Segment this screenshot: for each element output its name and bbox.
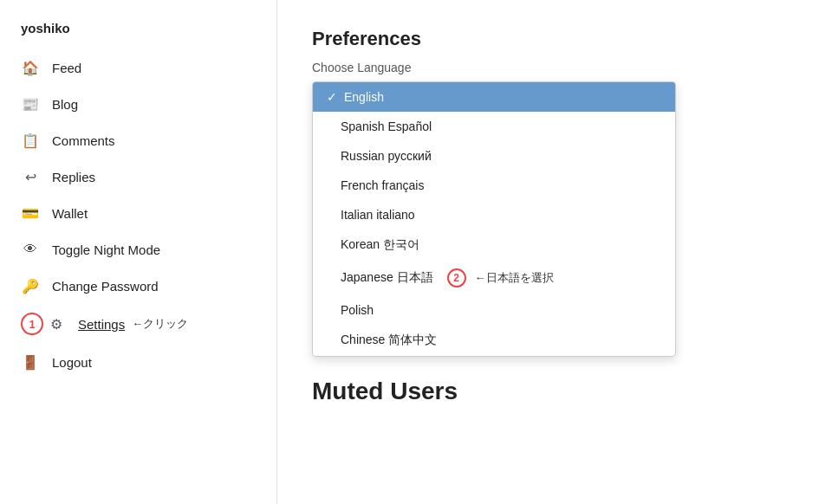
language-option-chinese[interactable]: Chinese 简体中文 <box>313 325 675 356</box>
muted-users-title: Muted Users <box>312 378 797 405</box>
sidebar-item-replies[interactable]: ↩ Replies <box>0 158 276 195</box>
checkmark-icon: ✓ <box>327 90 337 104</box>
sidebar-item-label: Wallet <box>52 206 88 221</box>
language-option-spanish[interactable]: Spanish Español <box>313 112 675 141</box>
sidebar: yoshiko 🏠 Feed 📰 Blog 📋 Comments ↩ Repli… <box>0 0 277 504</box>
night-mode-icon: 👁 <box>21 240 40 259</box>
language-option-french[interactable]: French français <box>313 171 675 200</box>
language-option-japanese[interactable]: Japanese 日本語 2 ←日本語を選択 <box>313 261 675 295</box>
language-option-korean[interactable]: Korean 한국어 <box>313 229 675 261</box>
language-label: Spanish Español <box>341 120 432 133</box>
sidebar-item-blog[interactable]: 📰 Blog <box>0 86 276 122</box>
language-label: Polish <box>341 303 374 317</box>
logout-icon: 🚪 <box>21 352 40 372</box>
comments-icon: 📋 <box>21 131 40 150</box>
sidebar-item-label: Settings <box>78 317 125 332</box>
language-label: Japanese 日本語 <box>341 270 433 286</box>
language-dropdown-wrapper: ✓ English Spanish Español Russian русски… <box>312 81 676 357</box>
sidebar-item-toggle-night-mode[interactable]: 👁 Toggle Night Mode <box>0 231 276 268</box>
language-option-italian[interactable]: Italian italiano <box>313 200 675 229</box>
annotation-circle-1: 1 <box>21 313 43 335</box>
click-annotation: ←クリック <box>132 316 188 332</box>
replies-icon: ↩ <box>21 167 40 186</box>
japanese-annotation: ←日本語を選択 <box>475 270 554 286</box>
sidebar-item-wallet[interactable]: 💳 Wallet <box>0 195 276 231</box>
blog-icon: 📰 <box>21 94 40 113</box>
annotation-circle-2: 2 <box>447 268 466 288</box>
wallet-icon: 💳 <box>21 204 40 223</box>
sidebar-item-label: Comments <box>52 133 115 148</box>
language-option-russian[interactable]: Russian русский <box>313 141 675 171</box>
main-content: Preferences Choose Language ✓ English Sp… <box>277 0 832 504</box>
sidebar-item-label: Toggle Night Mode <box>52 242 160 257</box>
language-label: Korean 한국어 <box>341 237 419 253</box>
sidebar-item-label: Change Password <box>52 279 159 294</box>
language-label: Russian русский <box>341 149 432 163</box>
sidebar-item-feed[interactable]: 🏠 Feed <box>0 49 276 86</box>
choose-language-label: Choose Language <box>312 61 797 74</box>
sidebar-item-label: Blog <box>52 97 78 112</box>
language-option-english[interactable]: ✓ English <box>313 82 675 112</box>
language-dropdown[interactable]: ✓ English Spanish Español Russian русски… <box>312 81 676 357</box>
sidebar-item-label: Logout <box>52 355 92 370</box>
language-label: French français <box>341 178 424 192</box>
sidebar-item-label: Replies <box>52 170 95 184</box>
sidebar-item-logout[interactable]: 🚪 Logout <box>0 344 276 380</box>
language-label: English <box>344 90 384 104</box>
key-icon: 🔑 <box>21 276 40 295</box>
language-option-polish[interactable]: Polish <box>313 295 675 325</box>
sidebar-item-label: Feed <box>52 61 81 75</box>
sidebar-item-comments[interactable]: 📋 Comments <box>0 122 276 158</box>
language-label: Chinese 简体中文 <box>341 333 437 348</box>
sidebar-nav: 🏠 Feed 📰 Blog 📋 Comments ↩ Replies 💳 Wal… <box>0 49 276 380</box>
language-label: Italian italiano <box>341 208 415 222</box>
sidebar-username: yoshiko <box>0 21 276 49</box>
preferences-title: Preferences <box>312 28 797 50</box>
sidebar-item-settings[interactable]: 1 ⚙ Settings ←クリック <box>0 304 276 344</box>
settings-icon: ⚙ <box>47 314 66 333</box>
home-icon: 🏠 <box>21 58 40 77</box>
sidebar-item-change-password[interactable]: 🔑 Change Password <box>0 268 276 304</box>
